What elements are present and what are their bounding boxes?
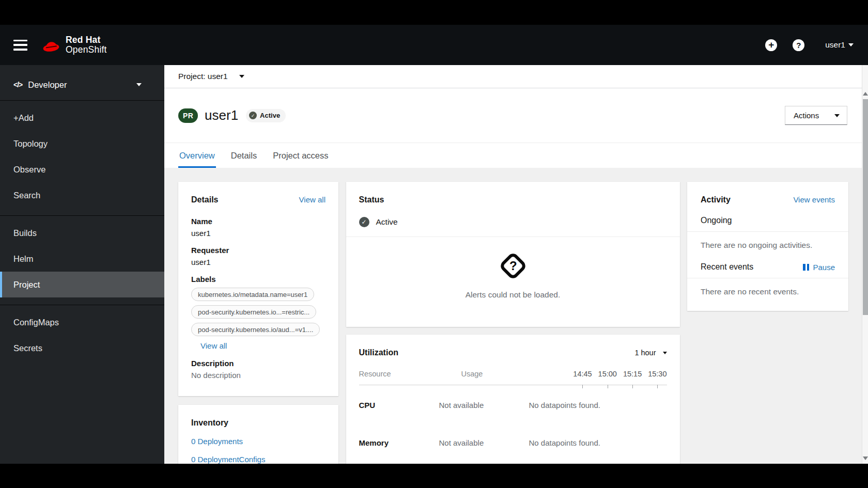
chevron-down-icon: [834, 114, 840, 117]
chevron-down-icon: [239, 75, 244, 78]
main-content: Project: user1 PR user1 ✓ Active Actions: [164, 65, 862, 464]
sidebar-item-configmaps[interactable]: ConfigMaps: [0, 309, 164, 335]
label-chip: kubernetes.io/metadata.name=user1: [191, 288, 314, 301]
brand-text: Red Hat OpenShift: [66, 35, 107, 55]
divider: [687, 231, 848, 232]
resource-column-header: Resource: [359, 370, 439, 378]
sidebar-item-secrets[interactable]: Secrets: [0, 335, 164, 361]
add-circle-icon[interactable]: +: [765, 39, 777, 51]
deploymentconfigs-link[interactable]: 0 DeploymentConfigs: [191, 455, 326, 464]
project-resource-badge: PR: [178, 108, 198, 123]
masthead-toolbar: + ? user1: [765, 39, 854, 51]
check-circle-icon: ✓: [249, 112, 257, 119]
page-title: user1: [205, 107, 238, 123]
inventory-card-title: Inventory: [191, 418, 228, 427]
deployments-link[interactable]: 0 Deployments: [191, 437, 326, 446]
vertical-scrollbar[interactable]: [862, 65, 868, 464]
labels-field-label: Labels: [191, 275, 326, 284]
utilization-header-row: Resource Usage 14:45 15:00 15:15 15:30: [359, 370, 667, 385]
utilization-row-memory: Memory Not available No datapoints found…: [359, 438, 667, 447]
resource-usage: Not available: [439, 401, 529, 410]
time-tick-label: 15:00: [598, 370, 617, 378]
center-column: Status ✓ Active ? Alerts could not be lo…: [346, 182, 680, 464]
sidebar-group-1: +Add Topology Observe Search: [0, 100, 164, 212]
chevron-down-icon: [848, 43, 854, 46]
status-card: Status ✓ Active ? Alerts could not be lo…: [346, 182, 680, 327]
time-tick-label: 14:45: [573, 370, 592, 378]
scroll-down-arrow-icon[interactable]: [863, 456, 868, 460]
divider: [687, 278, 848, 278]
unknown-status-icon: ?: [498, 251, 528, 281]
help-icon[interactable]: ?: [793, 39, 804, 51]
details-card: Details View all Name user1 Requester us…: [178, 182, 338, 396]
project-selector[interactable]: Project: user1: [164, 65, 862, 88]
right-column: Activity View events Ongoing There are n…: [687, 182, 848, 311]
masthead: Red Hat OpenShift + ? user1: [0, 25, 868, 65]
project-selector-label: Project: user1: [178, 72, 228, 81]
tab-bar: Overview Details Project access: [164, 143, 862, 168]
view-events-link[interactable]: View events: [793, 195, 835, 204]
code-icon: </>: [13, 81, 22, 89]
sidebar-item-add[interactable]: +Add: [0, 105, 164, 131]
brand-line1: Red Hat: [66, 35, 107, 45]
details-card-title: Details: [191, 195, 218, 204]
tab-details[interactable]: Details: [230, 143, 258, 168]
utilization-card-title: Utilization: [359, 348, 398, 357]
tab-overview[interactable]: Overview: [178, 143, 216, 168]
tab-project-access[interactable]: Project access: [272, 143, 329, 168]
resource-datapoints: No datapoints found.: [529, 438, 600, 447]
scrollbar-thumb[interactable]: [863, 99, 868, 315]
ongoing-empty-message: There are no ongoing activities.: [701, 241, 835, 250]
chevron-down-icon: [136, 83, 142, 86]
recent-events-label: Recent events: [701, 262, 753, 272]
user-menu-button[interactable]: user1: [825, 40, 854, 50]
sidebar-group-2: Builds Helm Project: [0, 215, 164, 302]
activity-card-title: Activity: [701, 195, 731, 204]
redhat-openshift-logo: Red Hat OpenShift: [42, 35, 107, 55]
perspective-label: Developer: [28, 80, 67, 90]
alerts-message: Alerts could not be loaded.: [346, 290, 680, 300]
description-field-value: No description: [191, 371, 326, 380]
user-menu-label: user1: [825, 40, 845, 50]
utilization-row-cpu: CPU Not available No datapoints found.: [359, 401, 667, 410]
duration-dropdown[interactable]: 1 hour: [634, 349, 667, 357]
resource-name: CPU: [359, 401, 439, 410]
label-chip: pod-security.kubernetes.io...=restric...: [191, 305, 316, 319]
resource-datapoints: No datapoints found.: [529, 401, 600, 410]
status-badge-label: Active: [260, 112, 280, 119]
perspective-switcher[interactable]: </> Developer: [0, 72, 164, 97]
sidebar-item-builds[interactable]: Builds: [0, 220, 164, 246]
pause-icon: [803, 264, 809, 271]
pause-button[interactable]: Pause: [803, 263, 835, 272]
letterbox-canvas: Red Hat OpenShift + ? user1 </> Develope…: [0, 0, 868, 488]
requester-field-label: Requester: [191, 246, 326, 255]
labels-view-all-link[interactable]: View all: [200, 341, 227, 350]
actions-dropdown-button[interactable]: Actions: [785, 106, 847, 125]
description-field-label: Description: [191, 359, 326, 368]
brand-line2: OpenShift: [66, 45, 107, 55]
hamburger-menu-icon[interactable]: [13, 40, 27, 51]
duration-label: 1 hour: [634, 349, 656, 357]
activity-card: Activity View events Ongoing There are n…: [687, 182, 848, 311]
ongoing-section-label: Ongoing: [701, 216, 835, 225]
title-row: PR user1 ✓ Active Actions: [164, 88, 862, 143]
status-badge: ✓ Active: [246, 109, 286, 122]
time-tick-label: 15:30: [648, 370, 667, 378]
sidebar-item-topology[interactable]: Topology: [0, 131, 164, 156]
label-chip: pod-security.kubernetes.io/aud...=v1....: [191, 323, 320, 336]
redhat-hat-icon: [42, 37, 61, 53]
sidebar-item-observe[interactable]: Observe: [0, 156, 164, 182]
scroll-up-arrow-icon[interactable]: [863, 92, 868, 96]
resource-usage: Not available: [439, 438, 529, 447]
time-tick-label: 15:15: [623, 370, 642, 378]
check-circle-icon: ✓: [359, 217, 369, 227]
sidebar-item-project[interactable]: Project: [0, 272, 164, 297]
name-field-label: Name: [191, 217, 326, 226]
status-active-row: ✓ Active: [359, 217, 667, 227]
sidebar-item-search[interactable]: Search: [0, 182, 164, 208]
details-view-all-link[interactable]: View all: [299, 195, 326, 204]
pause-label: Pause: [813, 263, 835, 272]
sidebar-item-helm[interactable]: Helm: [0, 246, 164, 272]
sidebar-nav: </> Developer +Add Topology Observe Sear…: [0, 65, 164, 464]
left-column: Details View all Name user1 Requester us…: [178, 182, 338, 464]
